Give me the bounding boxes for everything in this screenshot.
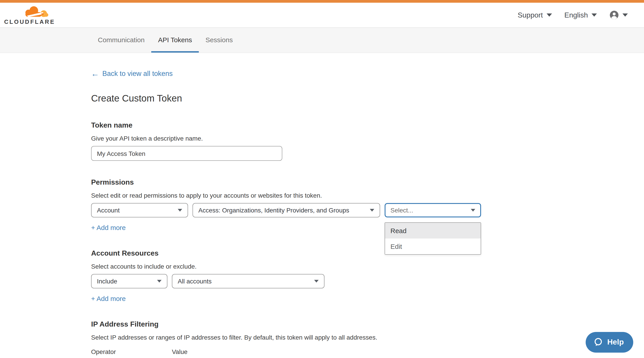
chevron-down-icon xyxy=(471,209,475,212)
tab-api-tokens[interactable]: API Tokens xyxy=(151,28,198,53)
user-avatar-icon xyxy=(610,10,619,20)
include-exclude-value: Include xyxy=(97,278,117,285)
tab-communication[interactable]: Communication xyxy=(91,28,151,53)
token-name-input[interactable] xyxy=(91,146,282,161)
accounts-value: All accounts xyxy=(178,278,212,285)
top-accent-bar xyxy=(0,0,644,3)
support-menu[interactable]: Support xyxy=(518,11,552,19)
permission-level-dropdown-wrap: Select... Read Edit xyxy=(384,203,481,217)
chevron-down-icon xyxy=(592,14,597,17)
permission-level-dropdown[interactable]: Select... xyxy=(384,203,481,217)
account-resources-add-more-link[interactable]: + Add more xyxy=(91,295,126,302)
account-resources-description: Select accounts to include or exclude. xyxy=(91,263,644,270)
help-button[interactable]: Help xyxy=(586,332,633,352)
permissions-heading: Permissions xyxy=(91,178,644,186)
accounts-dropdown[interactable]: All accounts xyxy=(172,274,324,288)
chevron-down-icon xyxy=(157,280,162,282)
page-title: Create Custom Token xyxy=(91,93,644,104)
include-exclude-dropdown[interactable]: Include xyxy=(91,274,168,288)
operator-label: Operator xyxy=(91,348,172,355)
ip-filtering-section: IP Address Filtering Select IP addresses… xyxy=(91,320,644,358)
permissions-row: Account Access: Organizations, Identity … xyxy=(91,203,644,217)
language-menu-label: English xyxy=(564,11,588,19)
header: CLOUDFLARE Support English xyxy=(0,3,644,28)
value-label: Value xyxy=(172,348,188,355)
token-name-section: Token name Give your API token a descrip… xyxy=(91,121,644,161)
permission-level-value: Select... xyxy=(390,207,413,214)
main-content: ← Back to view all tokens Create Custom … xyxy=(0,53,644,358)
permissions-section: Permissions Select edit or read permissi… xyxy=(91,178,644,232)
tab-bar: Communication API Tokens Sessions xyxy=(0,28,644,53)
back-link-label: Back to view all tokens xyxy=(102,70,173,78)
cloudflare-logo[interactable]: CLOUDFLARE xyxy=(4,5,55,25)
language-menu[interactable]: English xyxy=(564,11,597,19)
permission-scope-dropdown[interactable]: Account xyxy=(91,203,188,217)
menu-option-edit[interactable]: Edit xyxy=(385,238,481,254)
help-button-label: Help xyxy=(607,338,624,347)
token-name-description: Give your API token a descriptive name. xyxy=(91,135,644,142)
permission-level-menu: Read Edit xyxy=(384,222,481,255)
menu-option-read[interactable]: Read xyxy=(385,223,481,238)
account-resources-row: Include All accounts xyxy=(91,274,644,288)
ip-filtering-heading: IP Address Filtering xyxy=(91,320,644,328)
chevron-down-icon xyxy=(370,209,374,212)
chevron-down-icon xyxy=(622,14,628,17)
chat-bubble-icon xyxy=(593,337,603,347)
account-resources-heading: Account Resources xyxy=(91,249,644,257)
permissions-description: Select edit or read permissions to apply… xyxy=(91,192,644,199)
permission-scope-value: Account xyxy=(97,207,120,214)
back-link[interactable]: ← Back to view all tokens xyxy=(91,70,173,78)
account-resources-section: Account Resources Select accounts to inc… xyxy=(91,249,644,303)
account-menu[interactable] xyxy=(610,10,628,20)
permission-group-dropdown[interactable]: Access: Organizations, Identity Provider… xyxy=(192,203,380,217)
token-name-heading: Token name xyxy=(91,121,644,129)
cloudflare-cloud-icon xyxy=(19,5,50,19)
chevron-down-icon xyxy=(178,209,182,212)
support-menu-label: Support xyxy=(518,11,543,19)
header-nav: Support English xyxy=(518,10,628,20)
permission-group-value: Access: Organizations, Identity Provider… xyxy=(198,207,349,214)
logo-wordmark: CLOUDFLARE xyxy=(4,19,55,25)
tab-sessions[interactable]: Sessions xyxy=(199,28,240,53)
back-arrow-icon: ← xyxy=(91,71,99,77)
ip-filtering-labels: Operator Value xyxy=(91,348,644,355)
permissions-add-more-link[interactable]: + Add more xyxy=(91,224,126,231)
chevron-down-icon xyxy=(314,280,319,282)
cloudflare-api-tokens-page: CLOUDFLARE Support English Communicat xyxy=(0,0,644,358)
ip-filtering-description: Select IP addresses or ranges of IP addr… xyxy=(91,334,644,341)
chevron-down-icon xyxy=(546,14,552,17)
